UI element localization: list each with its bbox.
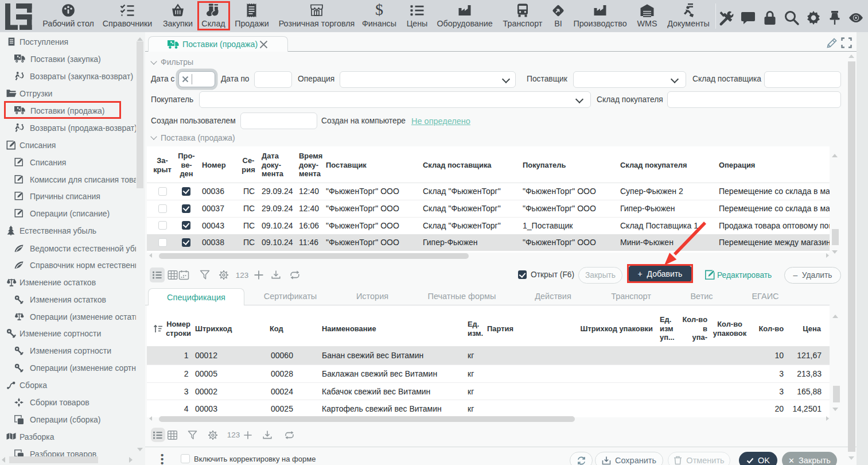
svg-text:$: $ bbox=[375, 2, 383, 18]
